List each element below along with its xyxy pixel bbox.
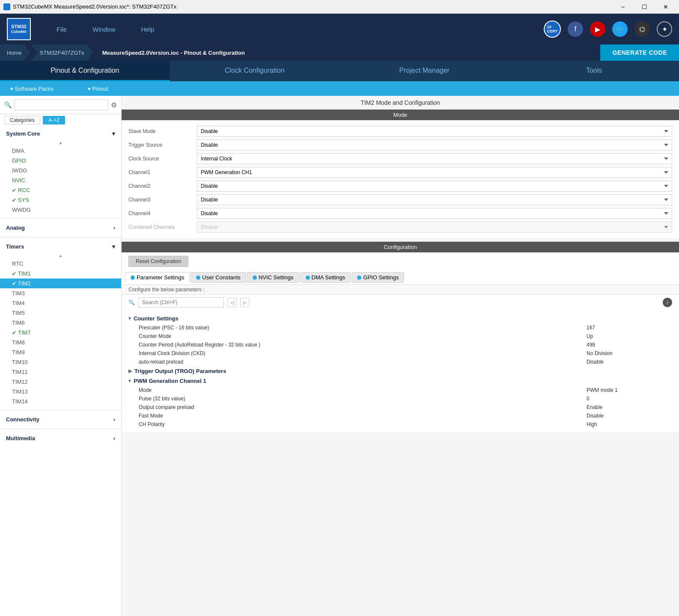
pinout-button[interactable]: ▾ Pinout bbox=[88, 86, 108, 92]
reset-configuration-button[interactable]: Reset Configuration bbox=[128, 256, 188, 267]
pwm-ch1-header[interactable]: ▾ PWM Generation Channel 1 bbox=[128, 376, 672, 386]
channel1-select[interactable]: PWM Generation CH1 bbox=[197, 167, 672, 178]
counter-settings-header[interactable]: ▾ Counter Settings bbox=[128, 314, 672, 323]
sidebar-item-tim4[interactable]: TIM4 bbox=[0, 298, 121, 308]
menu-file[interactable]: File bbox=[57, 26, 67, 33]
menu-help[interactable]: Help bbox=[141, 26, 155, 33]
sidebar-item-rtc[interactable]: RTC bbox=[0, 259, 121, 269]
tab-gpio-settings[interactable]: GPIO Settings bbox=[351, 272, 404, 283]
close-button[interactable]: ✕ bbox=[656, 0, 676, 14]
channel4-row: Channel4 Disable bbox=[128, 207, 672, 220]
sidebar-item-tim1[interactable]: ✔ TIM1 bbox=[0, 269, 121, 278]
param-value-pwm-mode: PWM mode 1 bbox=[587, 387, 672, 393]
info-button[interactable]: i bbox=[663, 298, 672, 307]
section-connectivity-header[interactable]: Connectivity › bbox=[0, 414, 121, 425]
tab-project-manager[interactable]: Project Manager bbox=[340, 61, 509, 81]
param-search-input[interactable] bbox=[138, 297, 224, 308]
maximize-button[interactable]: ☐ bbox=[634, 0, 654, 14]
section-timers-header[interactable]: Timers ▾ bbox=[0, 241, 121, 252]
sidebar-item-tim10[interactable]: TIM10 bbox=[0, 357, 121, 367]
sidebar-item-wwdg[interactable]: WWDG bbox=[0, 205, 121, 215]
param-value-prescaler: 167 bbox=[587, 325, 672, 331]
channel2-select[interactable]: Disable bbox=[197, 181, 672, 192]
sidebar-item-tim6[interactable]: TIM6 bbox=[0, 318, 121, 328]
menu-window[interactable]: Window bbox=[92, 26, 115, 33]
tab-tools[interactable]: Tools bbox=[509, 61, 679, 81]
section-multimedia: Multimedia › bbox=[0, 431, 121, 446]
next-arrow-button[interactable]: ▷ bbox=[240, 298, 250, 307]
channel1-label: Channel1 bbox=[128, 169, 197, 175]
sidebar-item-dma[interactable]: DMA bbox=[0, 146, 121, 156]
twitter-icon[interactable]: 🐦 bbox=[612, 21, 628, 37]
tab-az[interactable]: A->Z bbox=[43, 116, 65, 124]
generate-code-button[interactable]: GENERATE CODE bbox=[600, 44, 679, 61]
clock-source-select[interactable]: Internal Clock bbox=[197, 153, 672, 164]
menu-items: File Window Help bbox=[57, 26, 154, 33]
param-tab-label-2: NVIC Settings bbox=[259, 274, 294, 281]
channel3-select[interactable]: Disable bbox=[197, 194, 672, 205]
section-analog-header[interactable]: Analog › bbox=[0, 222, 121, 234]
param-counter-period: Counter Period (AutoReload Register - 32… bbox=[128, 341, 672, 349]
section-system-core-header[interactable]: System Core ▾ bbox=[0, 128, 121, 139]
clock-source-label: Clock Source bbox=[128, 156, 197, 162]
sidebar-item-tim9[interactable]: TIM9 bbox=[0, 347, 121, 357]
slave-mode-select[interactable]: Disable bbox=[197, 126, 672, 137]
sidebar-item-rcc[interactable]: ✔ RCC bbox=[0, 185, 121, 195]
mode-section: Slave Mode Disable Trigger Source Disabl… bbox=[122, 120, 679, 238]
sidebar-item-tim12[interactable]: TIM12 bbox=[0, 377, 121, 387]
param-tab-label-4: GPIO Settings bbox=[363, 274, 399, 281]
github-icon[interactable]: ⌬ bbox=[634, 21, 650, 37]
trigger-source-select[interactable]: Disable bbox=[197, 139, 672, 151]
sidebar-item-tim13[interactable]: TIM13 bbox=[0, 387, 121, 397]
facebook-icon[interactable]: f bbox=[568, 21, 583, 37]
section-multimedia-header[interactable]: Multimedia › bbox=[0, 432, 121, 444]
settings-icon[interactable]: ⚙ bbox=[111, 101, 117, 109]
timers-scroll-up[interactable]: ▲ bbox=[0, 252, 121, 259]
star-icon[interactable]: ✦ bbox=[657, 21, 672, 37]
sidebar-item-tim2[interactable]: ✔ TIM2 bbox=[0, 278, 121, 288]
combined-channels-row: Combined Channels Disable bbox=[128, 220, 672, 234]
search-input[interactable] bbox=[14, 99, 108, 110]
channel3-label: Channel3 bbox=[128, 197, 197, 203]
bc-project[interactable]: MeasureSpeed2.0Version.ioc - Pinout & Co… bbox=[94, 44, 253, 61]
param-name-fast-mode: Fast Mode bbox=[139, 413, 587, 419]
bc-device[interactable]: STM32F407ZGTx bbox=[31, 44, 93, 61]
channel1-row: Channel1 PWM Generation CH1 bbox=[128, 166, 672, 179]
sidebar-item-sys[interactable]: ✔ SYS bbox=[0, 195, 121, 205]
param-tab-label-0: Parameter Settings bbox=[137, 274, 184, 281]
minimize-button[interactable]: − bbox=[613, 0, 633, 14]
param-tabs: Parameter Settings User Constants NVIC S… bbox=[122, 270, 679, 284]
param-auto-reload: auto-reload preload Disable bbox=[128, 358, 672, 366]
tab-pinout[interactable]: Pinout & Configuration bbox=[0, 61, 170, 81]
sidebar-item-nvic[interactable]: NVIC bbox=[0, 175, 121, 185]
tab-dma-settings[interactable]: DMA Settings bbox=[300, 272, 351, 283]
bc-home[interactable]: Home bbox=[0, 44, 30, 61]
sidebar-item-tim14[interactable]: TIM14 bbox=[0, 397, 121, 406]
counter-settings-label: Counter Settings bbox=[134, 315, 179, 322]
youtube-icon[interactable]: ▶ bbox=[590, 21, 605, 37]
channel4-select[interactable]: Disable bbox=[197, 208, 672, 219]
param-counter-mode: Counter Mode Up bbox=[128, 332, 672, 341]
software-packs-button[interactable]: ▾ Software Packs bbox=[10, 86, 54, 92]
trgo-header[interactable]: ▶ Trigger Output (TRGO) Parameters bbox=[128, 366, 672, 376]
sidebar-item-tim5[interactable]: TIM5 bbox=[0, 308, 121, 318]
sidebar-item-tim3[interactable]: TIM3 bbox=[0, 288, 121, 298]
tab-user-constants[interactable]: User Constants bbox=[191, 272, 246, 283]
configuration-section: Configuration Reset Configuration Parame… bbox=[122, 242, 679, 432]
sidebar-content: System Core ▾ ▲ DMA GPIO IWDG NVIC ✔ RCC… bbox=[0, 126, 121, 616]
chevron-right-icon: › bbox=[113, 416, 115, 423]
param-value-counter-period: 499 bbox=[587, 342, 672, 348]
cert-icon[interactable]: 10CERT bbox=[544, 21, 561, 38]
tab-categories[interactable]: Categories bbox=[4, 116, 40, 124]
tab-nvic-settings[interactable]: NVIC Settings bbox=[247, 272, 299, 283]
prev-arrow-button[interactable]: ◁ bbox=[227, 298, 237, 307]
sidebar-item-tim11[interactable]: TIM11 bbox=[0, 367, 121, 377]
sidebar-item-gpio[interactable]: GPIO bbox=[0, 156, 121, 166]
sidebar-item-iwdg[interactable]: IWDG bbox=[0, 166, 121, 175]
sidebar-item-tim7[interactable]: ✔ TIM7 bbox=[0, 328, 121, 338]
sidebar-item-tim8[interactable]: TIM8 bbox=[0, 338, 121, 347]
tab-clock[interactable]: Clock Configuration bbox=[170, 61, 340, 81]
tab-parameter-settings[interactable]: Parameter Settings bbox=[125, 272, 190, 283]
scroll-up-button[interactable]: ▲ bbox=[0, 139, 121, 146]
sidebar-search-area: 🔍 ⚙ bbox=[0, 96, 121, 114]
